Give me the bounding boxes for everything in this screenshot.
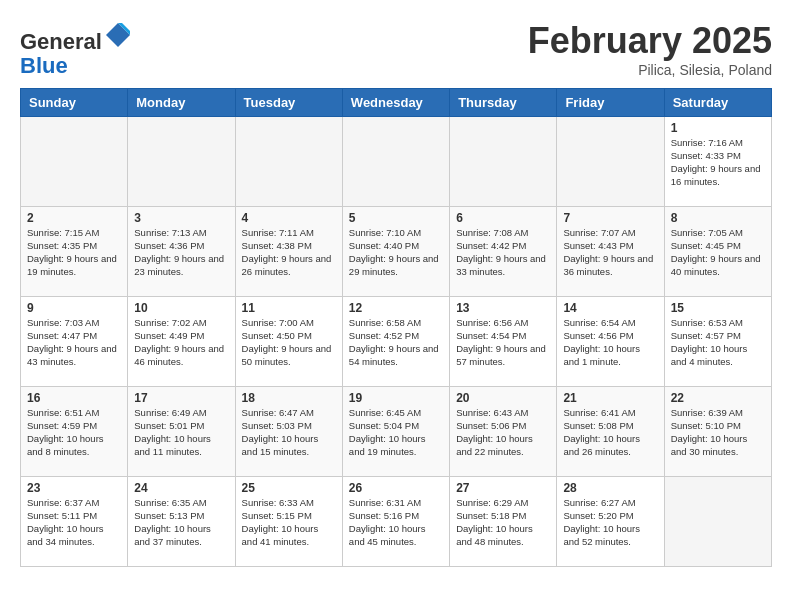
calendar-cell: 1Sunrise: 7:16 AM Sunset: 4:33 PM Daylig… — [664, 117, 771, 207]
day-number: 22 — [671, 391, 765, 405]
day-info: Sunrise: 6:56 AM Sunset: 4:54 PM Dayligh… — [456, 317, 550, 368]
calendar-cell: 14Sunrise: 6:54 AM Sunset: 4:56 PM Dayli… — [557, 297, 664, 387]
day-number: 10 — [134, 301, 228, 315]
day-info: Sunrise: 7:03 AM Sunset: 4:47 PM Dayligh… — [27, 317, 121, 368]
calendar-cell — [664, 477, 771, 567]
day-number: 8 — [671, 211, 765, 225]
page-header: General Blue February 2025 Pilica, Siles… — [20, 20, 772, 78]
calendar-cell — [21, 117, 128, 207]
day-info: Sunrise: 6:39 AM Sunset: 5:10 PM Dayligh… — [671, 407, 765, 458]
calendar-cell: 20Sunrise: 6:43 AM Sunset: 5:06 PM Dayli… — [450, 387, 557, 477]
day-info: Sunrise: 6:43 AM Sunset: 5:06 PM Dayligh… — [456, 407, 550, 458]
week-row-0: 1Sunrise: 7:16 AM Sunset: 4:33 PM Daylig… — [21, 117, 772, 207]
day-info: Sunrise: 6:45 AM Sunset: 5:04 PM Dayligh… — [349, 407, 443, 458]
calendar-cell: 27Sunrise: 6:29 AM Sunset: 5:18 PM Dayli… — [450, 477, 557, 567]
week-row-4: 23Sunrise: 6:37 AM Sunset: 5:11 PM Dayli… — [21, 477, 772, 567]
day-number: 12 — [349, 301, 443, 315]
day-info: Sunrise: 6:27 AM Sunset: 5:20 PM Dayligh… — [563, 497, 657, 548]
calendar-cell: 5Sunrise: 7:10 AM Sunset: 4:40 PM Daylig… — [342, 207, 449, 297]
day-number: 27 — [456, 481, 550, 495]
day-info: Sunrise: 7:07 AM Sunset: 4:43 PM Dayligh… — [563, 227, 657, 278]
day-info: Sunrise: 7:15 AM Sunset: 4:35 PM Dayligh… — [27, 227, 121, 278]
calendar-cell: 11Sunrise: 7:00 AM Sunset: 4:50 PM Dayli… — [235, 297, 342, 387]
day-number: 21 — [563, 391, 657, 405]
day-info: Sunrise: 6:41 AM Sunset: 5:08 PM Dayligh… — [563, 407, 657, 458]
day-info: Sunrise: 6:49 AM Sunset: 5:01 PM Dayligh… — [134, 407, 228, 458]
calendar-cell — [235, 117, 342, 207]
day-info: Sunrise: 6:33 AM Sunset: 5:15 PM Dayligh… — [242, 497, 336, 548]
calendar-cell: 26Sunrise: 6:31 AM Sunset: 5:16 PM Dayli… — [342, 477, 449, 567]
day-info: Sunrise: 6:51 AM Sunset: 4:59 PM Dayligh… — [27, 407, 121, 458]
logo-blue-text: Blue — [20, 53, 68, 78]
calendar-cell: 12Sunrise: 6:58 AM Sunset: 4:52 PM Dayli… — [342, 297, 449, 387]
calendar-cell: 2Sunrise: 7:15 AM Sunset: 4:35 PM Daylig… — [21, 207, 128, 297]
calendar-cell: 28Sunrise: 6:27 AM Sunset: 5:20 PM Dayli… — [557, 477, 664, 567]
weekday-header-friday: Friday — [557, 89, 664, 117]
weekday-header-thursday: Thursday — [450, 89, 557, 117]
month-title: February 2025 — [528, 20, 772, 62]
day-info: Sunrise: 6:53 AM Sunset: 4:57 PM Dayligh… — [671, 317, 765, 368]
logo: General Blue — [20, 25, 132, 78]
day-number: 17 — [134, 391, 228, 405]
day-number: 7 — [563, 211, 657, 225]
day-info: Sunrise: 7:10 AM Sunset: 4:40 PM Dayligh… — [349, 227, 443, 278]
calendar-cell — [342, 117, 449, 207]
logo-icon — [104, 21, 132, 49]
day-info: Sunrise: 7:13 AM Sunset: 4:36 PM Dayligh… — [134, 227, 228, 278]
calendar-cell: 7Sunrise: 7:07 AM Sunset: 4:43 PM Daylig… — [557, 207, 664, 297]
day-number: 26 — [349, 481, 443, 495]
calendar-cell: 16Sunrise: 6:51 AM Sunset: 4:59 PM Dayli… — [21, 387, 128, 477]
week-row-2: 9Sunrise: 7:03 AM Sunset: 4:47 PM Daylig… — [21, 297, 772, 387]
day-number: 9 — [27, 301, 121, 315]
day-number: 5 — [349, 211, 443, 225]
location-text: Pilica, Silesia, Poland — [528, 62, 772, 78]
calendar-cell: 8Sunrise: 7:05 AM Sunset: 4:45 PM Daylig… — [664, 207, 771, 297]
day-info: Sunrise: 7:05 AM Sunset: 4:45 PM Dayligh… — [671, 227, 765, 278]
day-info: Sunrise: 7:02 AM Sunset: 4:49 PM Dayligh… — [134, 317, 228, 368]
day-number: 2 — [27, 211, 121, 225]
day-number: 11 — [242, 301, 336, 315]
weekday-header-saturday: Saturday — [664, 89, 771, 117]
day-info: Sunrise: 7:11 AM Sunset: 4:38 PM Dayligh… — [242, 227, 336, 278]
calendar-cell: 23Sunrise: 6:37 AM Sunset: 5:11 PM Dayli… — [21, 477, 128, 567]
week-row-1: 2Sunrise: 7:15 AM Sunset: 4:35 PM Daylig… — [21, 207, 772, 297]
calendar-cell: 17Sunrise: 6:49 AM Sunset: 5:01 PM Dayli… — [128, 387, 235, 477]
day-info: Sunrise: 7:00 AM Sunset: 4:50 PM Dayligh… — [242, 317, 336, 368]
calendar-cell: 10Sunrise: 7:02 AM Sunset: 4:49 PM Dayli… — [128, 297, 235, 387]
day-number: 6 — [456, 211, 550, 225]
day-number: 23 — [27, 481, 121, 495]
day-number: 1 — [671, 121, 765, 135]
day-number: 20 — [456, 391, 550, 405]
day-info: Sunrise: 6:35 AM Sunset: 5:13 PM Dayligh… — [134, 497, 228, 548]
day-info: Sunrise: 7:08 AM Sunset: 4:42 PM Dayligh… — [456, 227, 550, 278]
calendar-cell: 22Sunrise: 6:39 AM Sunset: 5:10 PM Dayli… — [664, 387, 771, 477]
weekday-header-row: SundayMondayTuesdayWednesdayThursdayFrid… — [21, 89, 772, 117]
calendar-cell — [128, 117, 235, 207]
calendar-cell: 25Sunrise: 6:33 AM Sunset: 5:15 PM Dayli… — [235, 477, 342, 567]
calendar-cell: 21Sunrise: 6:41 AM Sunset: 5:08 PM Dayli… — [557, 387, 664, 477]
calendar-cell — [450, 117, 557, 207]
week-row-3: 16Sunrise: 6:51 AM Sunset: 4:59 PM Dayli… — [21, 387, 772, 477]
day-number: 14 — [563, 301, 657, 315]
day-info: Sunrise: 6:47 AM Sunset: 5:03 PM Dayligh… — [242, 407, 336, 458]
calendar-cell: 15Sunrise: 6:53 AM Sunset: 4:57 PM Dayli… — [664, 297, 771, 387]
day-info: Sunrise: 7:16 AM Sunset: 4:33 PM Dayligh… — [671, 137, 765, 188]
weekday-header-tuesday: Tuesday — [235, 89, 342, 117]
weekday-header-monday: Monday — [128, 89, 235, 117]
calendar-cell: 4Sunrise: 7:11 AM Sunset: 4:38 PM Daylig… — [235, 207, 342, 297]
day-number: 3 — [134, 211, 228, 225]
calendar-cell: 9Sunrise: 7:03 AM Sunset: 4:47 PM Daylig… — [21, 297, 128, 387]
day-number: 24 — [134, 481, 228, 495]
calendar-cell — [557, 117, 664, 207]
calendar-cell: 6Sunrise: 7:08 AM Sunset: 4:42 PM Daylig… — [450, 207, 557, 297]
calendar-cell: 18Sunrise: 6:47 AM Sunset: 5:03 PM Dayli… — [235, 387, 342, 477]
logo-general-text: General — [20, 29, 102, 54]
day-number: 28 — [563, 481, 657, 495]
day-number: 15 — [671, 301, 765, 315]
day-number: 13 — [456, 301, 550, 315]
title-area: February 2025 Pilica, Silesia, Poland — [528, 20, 772, 78]
day-info: Sunrise: 6:37 AM Sunset: 5:11 PM Dayligh… — [27, 497, 121, 548]
day-number: 25 — [242, 481, 336, 495]
day-number: 4 — [242, 211, 336, 225]
day-info: Sunrise: 6:54 AM Sunset: 4:56 PM Dayligh… — [563, 317, 657, 368]
